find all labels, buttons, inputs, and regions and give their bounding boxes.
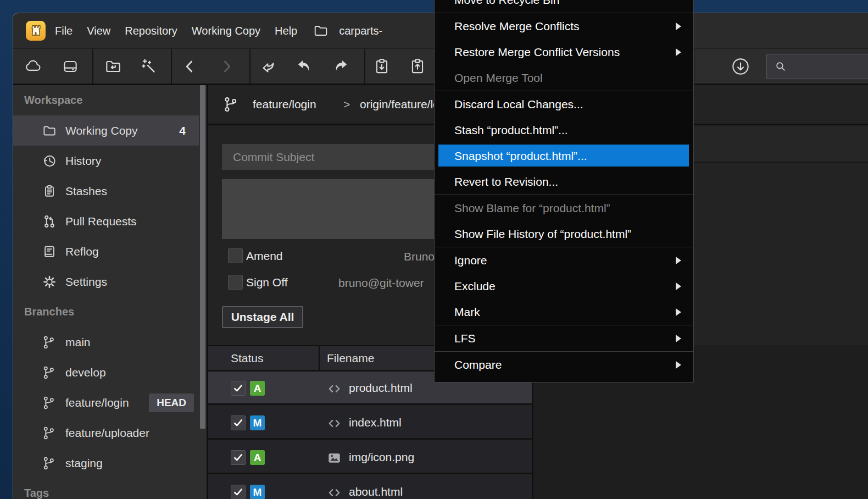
chevron-left-icon xyxy=(181,57,199,76)
open-repository-button[interactable] xyxy=(101,54,125,79)
cloud-button[interactable] xyxy=(21,54,45,79)
menu-working-copy[interactable]: Working Copy xyxy=(192,25,260,37)
filename: img/icon.png xyxy=(349,451,414,464)
push-arrow-icon xyxy=(331,57,350,76)
menu-item-revert-to-revision[interactable]: Revert to Revision... xyxy=(435,169,693,195)
current-branch[interactable]: feature/login xyxy=(253,98,316,111)
device-button[interactable] xyxy=(58,54,82,79)
file-row-index[interactable]: M index.html xyxy=(208,407,532,440)
sign-off-label: Sign Off xyxy=(246,276,288,289)
menu-item-label: Mark xyxy=(454,306,480,319)
menu-item-label: Exclude xyxy=(454,280,496,293)
stage-checkbox[interactable] xyxy=(231,415,246,430)
search-box[interactable] xyxy=(766,54,868,79)
menu-item-restore-merge-conflict-versions[interactable]: Restore Merge Conflict Versions xyxy=(435,39,693,65)
head-badge: HEAD xyxy=(149,393,194,412)
column-filename[interactable]: Filename xyxy=(327,352,374,365)
menu-item-label: Compare xyxy=(454,358,502,372)
menu-item-label: LFS xyxy=(454,332,476,345)
sidebar-item-stashes[interactable]: Stashes xyxy=(13,176,207,206)
menu-item-snapshot-product-html[interactable]: Snapshot “product.html”... xyxy=(435,143,693,169)
stash-button[interactable] xyxy=(370,54,394,79)
branch-label: main xyxy=(65,336,91,349)
menu-item-label: Ignore xyxy=(454,254,487,267)
toolbar-separator xyxy=(249,49,251,84)
menu-item-stash-product-html[interactable]: Stash “product.html”... xyxy=(435,117,693,143)
submenu-arrow-icon xyxy=(676,48,681,56)
branch-label: staging xyxy=(65,457,103,470)
sidebar-item-reflog[interactable]: Reflog xyxy=(13,236,207,267)
column-divider[interactable] xyxy=(319,346,320,370)
back-button[interactable] xyxy=(178,54,202,79)
file-row-about[interactable]: M about.html xyxy=(208,476,532,499)
branch-icon xyxy=(42,426,56,440)
menu-item-resolve-merge-conflicts[interactable]: Resolve Merge Conflicts xyxy=(435,13,693,39)
discard-arrow-icon xyxy=(259,57,278,76)
sidebar-item-label: Stashes xyxy=(65,185,107,198)
sign-off-checkbox[interactable] xyxy=(228,275,243,290)
quick-actions-button[interactable] xyxy=(137,54,161,79)
sidebar-item-branch-feature-uploader[interactable]: feature/uploader xyxy=(13,418,207,448)
column-status[interactable]: Status xyxy=(231,352,264,365)
menu-item-discard-local-changes[interactable]: Discard Local Changes... xyxy=(435,91,693,117)
menu-item-exclude[interactable]: Exclude xyxy=(435,273,693,299)
sidebar-item-branch-feature-login[interactable]: feature/login HEAD xyxy=(13,387,207,418)
menu-item-mark[interactable]: Mark xyxy=(435,299,693,325)
pull-request-icon xyxy=(42,214,57,229)
discard-button[interactable] xyxy=(257,54,281,79)
submenu-arrow-icon xyxy=(676,308,681,316)
toolbar-separator xyxy=(92,49,93,84)
sidebar-item-settings[interactable]: Settings xyxy=(13,267,207,297)
branch-label: feature/login xyxy=(65,396,129,409)
file-row-icon-png[interactable]: A img/icon.png xyxy=(208,441,532,474)
sidebar-item-label: Pull Requests xyxy=(65,215,137,228)
menu-item-open-merge-tool[interactable]: Open Merge Tool xyxy=(435,65,693,91)
repo-name: carparts- xyxy=(339,25,382,37)
check-icon xyxy=(232,382,244,395)
submenu-arrow-icon xyxy=(676,335,681,342)
amend-checkbox[interactable] xyxy=(228,248,243,263)
push-button[interactable] xyxy=(329,54,353,79)
apply-stash-icon xyxy=(408,57,427,76)
forward-button[interactable] xyxy=(214,54,238,79)
stage-checkbox[interactable] xyxy=(231,381,246,396)
toolbar-separator xyxy=(364,49,365,84)
author-name: Bruno xyxy=(404,250,435,263)
menu-item-show-blame[interactable]: Show Blame for “product.html” xyxy=(435,195,693,221)
menu-view[interactable]: View xyxy=(87,25,110,37)
sidebar-item-pull-requests[interactable]: Pull Requests xyxy=(13,206,207,236)
menu-item-compare[interactable]: Compare xyxy=(435,352,693,378)
chevron-right-icon xyxy=(217,57,236,76)
cloud-icon xyxy=(24,57,42,76)
device-icon xyxy=(61,57,80,76)
tower-app-icon xyxy=(25,20,46,41)
sidebar-item-history[interactable]: History xyxy=(13,146,207,176)
pull-button[interactable] xyxy=(292,54,316,79)
author-email: bruno@git-tower xyxy=(338,276,424,290)
sidebar-header-branches: Branches xyxy=(13,297,207,327)
menu-help[interactable]: Help xyxy=(275,25,297,37)
fetch-icon xyxy=(730,56,751,77)
menu-item-lfs[interactable]: LFS xyxy=(435,325,693,351)
search-input[interactable] xyxy=(792,60,868,73)
unstage-all-button[interactable]: Unstage All xyxy=(222,306,303,328)
sidebar-scrollbar[interactable] xyxy=(200,85,205,429)
branch-icon xyxy=(222,96,239,113)
menu-item-show-file-history[interactable]: Show File History of “product.html” xyxy=(435,221,693,247)
submenu-arrow-icon xyxy=(676,282,681,290)
menu-item-ignore[interactable]: Ignore xyxy=(435,247,693,273)
sidebar-item-branch-staging[interactable]: staging xyxy=(13,448,207,478)
sidebar-item-working-copy[interactable]: Working Copy 4 xyxy=(13,115,199,146)
stage-checkbox[interactable] xyxy=(231,485,246,499)
apply-stash-button[interactable] xyxy=(405,54,430,79)
sidebar-item-branch-main[interactable]: main xyxy=(13,327,207,357)
stage-checkbox[interactable] xyxy=(231,450,246,465)
menu-item-move-to-recycle-bin[interactable]: Move to Recycle Bin xyxy=(435,0,693,13)
menu-repository[interactable]: Repository xyxy=(125,25,177,37)
repo-tab[interactable]: carparts- xyxy=(311,23,382,39)
pull-arrow-icon xyxy=(295,57,314,76)
menu-file[interactable]: File xyxy=(55,25,73,37)
toolbar-separator xyxy=(171,49,172,84)
sidebar-item-branch-develop[interactable]: develop xyxy=(13,357,207,387)
fetch-button[interactable] xyxy=(728,54,753,79)
